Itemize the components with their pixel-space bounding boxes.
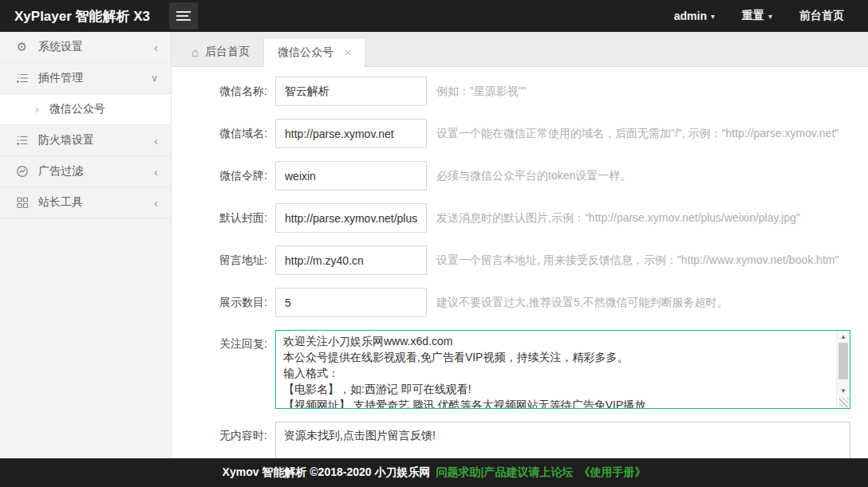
manual-link[interactable]: 《使用手册》: [578, 465, 645, 480]
reset-menu[interactable]: 重置 ▾: [742, 9, 772, 23]
footer: Xymov 智能解析 ©2018-2020 小刀娱乐网 问题求助|产品建议请上论…: [0, 458, 868, 487]
wechat-name-input[interactable]: [275, 77, 427, 106]
home-icon: ⌂: [191, 46, 199, 58]
tab-label: 后台首页: [205, 45, 250, 59]
wechat-token-input[interactable]: [275, 161, 427, 190]
field-label: 默认封面:: [194, 211, 267, 226]
sidebar-item-ad-filter[interactable]: 广告过滤 ‹: [0, 156, 171, 187]
chevron-left-icon: ‹: [154, 41, 158, 53]
sidebar-item-label: 防火墙设置: [38, 133, 154, 147]
wechat-domain-input[interactable]: [275, 119, 427, 148]
display-count-input[interactable]: [275, 288, 427, 317]
field-label: 留言地址:: [194, 253, 267, 268]
frontpage-link[interactable]: 前台首页: [799, 9, 844, 23]
grid-icon: [14, 196, 30, 209]
textarea-scrollbar[interactable]: ▲ ▼: [836, 331, 850, 408]
resize-grip-icon[interactable]: [839, 398, 849, 407]
follow-reply-textarea[interactable]: 欢迎关注小刀娱乐网www.x6d.com 本公众号提供在线影视观看,免广告看VI…: [276, 331, 850, 408]
sidebar-subitem-wechat[interactable]: › 微信公众号: [0, 94, 171, 125]
firewall-list-icon: [14, 134, 30, 147]
chevron-left-icon: ‹: [154, 135, 158, 147]
close-icon[interactable]: ×: [345, 46, 351, 59]
default-cover-input[interactable]: [275, 203, 427, 233]
username-label: admin: [674, 10, 707, 22]
chevron-down-icon: ∨: [151, 73, 158, 83]
topbar-right: admin ▾ 重置 ▾ 前台首页: [674, 9, 868, 23]
forum-link[interactable]: 问题求助|产品建议请上论坛: [436, 465, 573, 480]
sidebar-item-label: 站长工具: [38, 195, 154, 210]
main-panel: ⌂ 后台首页 微信公众号 × 微信名称: 例如："星源影视"" 微信域名:: [172, 32, 868, 487]
sidebar-toggle-button[interactable]: [169, 2, 198, 29]
hamburger-icon: [176, 11, 191, 21]
scroll-down-icon[interactable]: ▼: [837, 385, 850, 397]
field-hint: 建议不要设置过大,推荐设置5,不然微信可能判断服务超时。: [436, 296, 728, 310]
follow-reply-textarea-wrap: 欢迎关注小刀娱乐网www.x6d.com 本公众号提供在线影视观看,免广告看VI…: [275, 330, 850, 409]
field-label: 微信名称:: [194, 84, 267, 99]
reset-label: 重置: [742, 9, 764, 23]
field-hint: 发送消息时的默认图片,示例："http://parse.xymov.net/pl…: [436, 211, 800, 226]
chevron-left-icon: ‹: [154, 166, 158, 178]
scrollbar-thumb[interactable]: [838, 343, 848, 379]
message-board-input[interactable]: [275, 245, 427, 275]
gear-icon: ⚙: [14, 40, 30, 54]
form-row-display-count: 展示数目: 建议不要设置过大,推荐设置5,不然微信可能判断服务超时。: [194, 288, 868, 317]
field-label: 微信令牌:: [194, 169, 267, 183]
caret-down-icon: ▾: [711, 12, 715, 21]
sidebar-item-firewall[interactable]: 防火墙设置 ‹: [0, 125, 171, 156]
field-hint: 例如："星源影视"": [436, 84, 527, 99]
sidebar: ⚙ 系统设置 ‹ 插件管理 ∨ › 微信公众号 防火墙设置 ‹: [0, 32, 172, 487]
sidebar-item-label: 系统设置: [38, 40, 154, 54]
chevron-left-icon: ‹: [154, 197, 158, 209]
app-title: XyPlayer 智能解析 X3: [0, 7, 156, 26]
copyright-text: Xymov 智能解析 ©2018-2020 小刀娱乐网: [223, 465, 431, 480]
field-label: 微信域名:: [194, 127, 267, 141]
field-label: 关注回复:: [194, 337, 267, 352]
plugin-list-icon: [14, 72, 30, 84]
sidebar-subitem-label: 微信公众号: [49, 102, 105, 116]
form-row-message-board: 留言地址: 设置一个留言本地址, 用来接受反馈信息，示例："http://www…: [194, 245, 868, 275]
topbar: XyPlayer 智能解析 X3 admin ▾ 重置 ▾ 前台首页: [0, 0, 868, 32]
chevron-right-icon: ›: [35, 103, 39, 116]
form-row-follow-reply: 关注回复: 欢迎关注小刀娱乐网www.x6d.com 本公众号提供在线影视观看,…: [194, 330, 868, 409]
scroll-up-icon[interactable]: ▲: [837, 331, 850, 343]
ad-filter-chart-icon: [14, 165, 30, 178]
wechat-settings-form: 微信名称: 例如："星源影视"" 微信域名: 设置一个能在微信正常使用的域名，后…: [172, 67, 868, 487]
form-row-wechat-token: 微信令牌: 必须与微信公众平台的token设置一样。: [194, 161, 868, 190]
field-hint: 设置一个留言本地址, 用来接受反馈信息，示例："http://www.xymov…: [436, 253, 838, 268]
tab-wechat-official[interactable]: 微信公众号 ×: [263, 37, 365, 67]
sidebar-item-webmaster-tools[interactable]: 站长工具 ‹: [0, 187, 171, 218]
sidebar-item-label: 广告过滤: [38, 164, 154, 179]
field-hint: 必须与微信公众平台的token设置一样。: [436, 169, 631, 183]
caret-down-icon: ▾: [768, 12, 772, 21]
field-label: 展示数目:: [194, 296, 267, 310]
form-row-wechat-name: 微信名称: 例如："星源影视"": [194, 77, 868, 106]
field-label: 无内容时:: [194, 429, 267, 443]
app-window: XyPlayer 智能解析 X3 admin ▾ 重置 ▾ 前台首页 ⚙ 系统设…: [0, 0, 868, 487]
form-row-default-cover: 默认封面: 发送消息时的默认图片,示例："http://parse.xymov.…: [194, 203, 868, 233]
tab-bar: ⌂ 后台首页 微信公众号 ×: [172, 32, 868, 67]
sidebar-item-system-settings[interactable]: ⚙ 系统设置 ‹: [0, 32, 171, 63]
form-row-wechat-domain: 微信域名: 设置一个能在微信正常使用的域名，后面无需加"/", 示例："http…: [194, 119, 868, 148]
user-menu[interactable]: admin ▾: [674, 10, 715, 22]
sidebar-item-label: 插件管理: [38, 71, 151, 85]
main-layout: ⚙ 系统设置 ‹ 插件管理 ∨ › 微信公众号 防火墙设置 ‹: [0, 32, 868, 487]
field-hint: 设置一个能在微信正常使用的域名，后面无需加"/", 示例："http://par…: [436, 127, 838, 141]
tab-label: 微信公众号: [278, 45, 333, 60]
tab-backend-home[interactable]: ⌂ 后台首页: [178, 37, 263, 66]
sidebar-item-plugin-manage[interactable]: 插件管理 ∨: [0, 63, 171, 94]
